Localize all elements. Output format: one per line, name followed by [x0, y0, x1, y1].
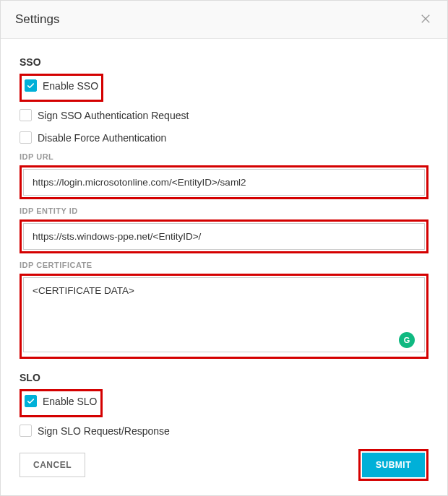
enable-sso-label: Enable SSO: [43, 80, 98, 92]
idp-cert-textarea[interactable]: [23, 277, 425, 352]
highlight-submit: SUBMIT: [358, 449, 428, 481]
highlight-idp-url: [20, 165, 428, 199]
enable-sso-checkbox[interactable]: [25, 79, 37, 92]
sign-slo-row: Sign SLO Request/Response: [20, 423, 428, 438]
cancel-button[interactable]: CANCEL: [20, 453, 85, 477]
disable-force-row: Disable Force Authentication: [20, 130, 428, 145]
close-button[interactable]: [418, 12, 433, 27]
dialog-footer: CANCEL SUBMIT: [1, 438, 447, 495]
idp-entity-input[interactable]: [23, 223, 425, 250]
enable-slo-label: Enable SLO: [43, 396, 98, 407]
idp-entity-label: IDP ENTITY ID: [20, 206, 428, 215]
slo-heading: SLO: [20, 372, 428, 383]
dialog-body: SSO Enable SSO Sign SSO Authentication R…: [1, 39, 447, 438]
highlight-enable-sso: Enable SSO: [20, 74, 103, 102]
disable-force-checkbox[interactable]: [20, 131, 32, 144]
idp-cert-label: IDP CERTIFICATE: [20, 261, 428, 269]
dialog-header: Settings: [1, 1, 447, 39]
submit-button[interactable]: SUBMIT: [362, 453, 425, 477]
enable-slo-row: Enable SLO: [25, 393, 98, 409]
enable-slo-checkbox[interactable]: [25, 395, 37, 407]
highlight-enable-slo: Enable SLO: [20, 389, 103, 417]
idp-url-label: IDP URL: [20, 152, 428, 161]
check-icon: [27, 397, 35, 405]
settings-dialog: Settings SSO Enable SSO Sign SSO Authent…: [0, 0, 448, 496]
idp-url-input[interactable]: [23, 169, 425, 196]
highlight-idp-cert: G: [20, 274, 428, 359]
sign-sso-checkbox[interactable]: [20, 109, 32, 121]
sso-heading: SSO: [20, 56, 428, 68]
grammarly-icon[interactable]: G: [399, 332, 415, 348]
sign-slo-label: Sign SLO Request/Response: [38, 425, 170, 437]
disable-force-label: Disable Force Authentication: [38, 132, 166, 144]
highlight-idp-entity: [20, 219, 428, 253]
dialog-title: Settings: [15, 12, 59, 27]
sign-sso-row: Sign SSO Authentication Request: [20, 108, 428, 123]
sign-slo-checkbox[interactable]: [20, 425, 32, 437]
check-icon: [27, 82, 35, 90]
close-icon: [421, 12, 431, 27]
sign-sso-label: Sign SSO Authentication Request: [38, 110, 189, 121]
enable-sso-row: Enable SSO: [25, 78, 98, 93]
